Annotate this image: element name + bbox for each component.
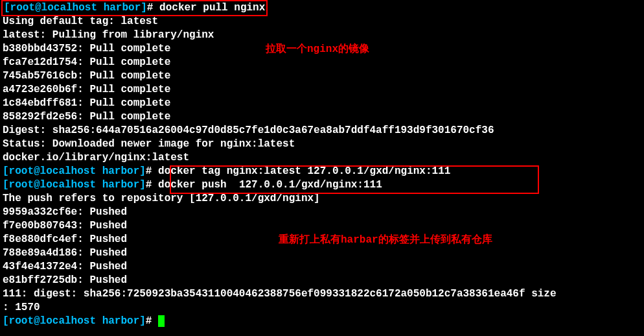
terminal-output: docker.io/library/nginx:latest [3, 151, 641, 165]
terminal-output: The push refers to repository [127.0.0.1… [3, 192, 641, 206]
prompt-dir: harbor] [102, 315, 146, 327]
terminal-line: [root@localhost harbor]# docker push 127… [3, 178, 641, 192]
terminal-output: Status: Downloaded newer image for nginx… [3, 138, 641, 151]
terminal-output: Digest: sha256:644a70516a26004c97d0d85c7… [3, 124, 641, 138]
terminal-output: 111: digest: sha256:7250923ba35431100404… [3, 287, 641, 301]
annotation-text: 拉取一个nginx的镜像 [266, 43, 369, 56]
terminal-output: 858292fd2e56: Pull complete [3, 110, 641, 124]
command-text: docker pull nginx [159, 2, 265, 14]
prompt-user: [root@localhost [4, 2, 97, 14]
prompt-dir: harbor] [102, 165, 146, 177]
terminal-output: latest: Pulling from library/nginx [3, 29, 641, 42]
terminal-line: [root@localhost harbor]# docker tag ngin… [3, 165, 641, 178]
terminal-output: a4723e260b6f: Pull complete [3, 83, 641, 97]
prompt-hash: # [146, 179, 152, 191]
cursor-icon [158, 315, 165, 327]
command-text: docker push 127.0.0.1/gxd/nginx:111 [158, 179, 382, 191]
prompt-dir: harbor] [104, 2, 147, 14]
terminal-output: : 1570 [3, 301, 641, 315]
terminal-output: 745ab57616cb: Pull complete [3, 69, 641, 83]
prompt-hash: # [147, 2, 154, 14]
command-text: docker tag nginx:latest 127.0.0.1/gxd/ng… [158, 165, 450, 177]
highlight-box-1: [root@localhost harbor]# docker pull ngi… [1, 0, 268, 16]
terminal-line: [root@localhost harbor]# docker pull ngi… [3, 1, 641, 15]
terminal-output: f7e00b807643: Pushed [3, 219, 641, 233]
terminal-output: 43f4e41372e4: Pushed [3, 260, 641, 274]
terminal-output: 9959a332cf6e: Pushed [3, 206, 641, 219]
prompt-hash: # [146, 315, 152, 327]
terminal-line[interactable]: [root@localhost harbor]# [3, 315, 641, 328]
prompt-user: [root@localhost [3, 315, 96, 327]
prompt-dir: harbor] [102, 179, 146, 191]
terminal-output: 788e89a4d186: Pushed [3, 246, 641, 260]
terminal-output: 1c84ebdff681: Pull complete [3, 97, 641, 110]
prompt-user: [root@localhost [3, 165, 96, 177]
annotation-text: 重新打上私有harbar的标签并上传到私有仓库 [279, 234, 492, 247]
terminal-output: e81bff2725db: Pushed [3, 274, 641, 287]
prompt-hash: # [146, 165, 152, 177]
terminal-output: fca7e12d1754: Pull complete [3, 56, 641, 69]
prompt-user: [root@localhost [3, 179, 96, 191]
terminal-output: Using default tag: latest [3, 15, 641, 29]
